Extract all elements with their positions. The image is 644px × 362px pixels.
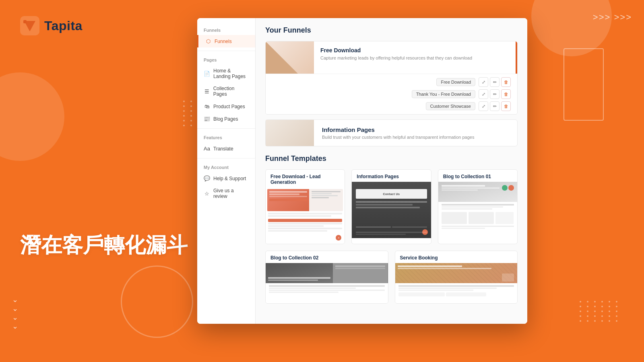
page-edit-btn-2[interactable]: ✏ (490, 89, 500, 99)
sidebar-item-home-landing[interactable]: 📄 Home & Landing Pages (197, 65, 255, 82)
page-expand-btn-3[interactable]: ⤢ (479, 101, 488, 111)
app-window: Funnels ⬡ Funnels Pages 📄 Home & Landing… (197, 18, 527, 324)
funnel-preview-free-download (266, 41, 314, 74)
sidebar-label-translate: Translate (213, 146, 233, 152)
sidebar-divider-3 (197, 158, 255, 158)
sidebar-label-help-support: Help & Support (213, 176, 246, 181)
funnel-title-free-download: Free Download (320, 47, 509, 53)
page-edit-btn-3[interactable]: ✏ (490, 101, 500, 111)
bg-dots-right (580, 301, 620, 322)
template-action-dot-3[interactable] (508, 185, 514, 191)
page-badge-free-download: Free Download (436, 78, 475, 86)
template-card-service-booking: Service Booking (395, 251, 518, 304)
sidebar-section-account: My Account (197, 162, 255, 172)
template-title-blog-collection-01: Blog to Collection 01 (438, 170, 517, 182)
templates-grid-top: Free Download - Lead Generation (265, 169, 518, 244)
sidebar-section-funnels: Funnels (197, 25, 255, 35)
template-preview-info[interactable]: Contact Us (352, 182, 431, 238)
template-card-information-pages: Information Pages Contact Us (351, 169, 431, 244)
sidebar-item-give-review[interactable]: ☆ Give us a review (197, 185, 255, 202)
sidebar-divider-2 (197, 128, 255, 129)
funnel-red-bar (516, 41, 517, 74)
logo-text: Tapita (44, 19, 83, 33)
tapita-logo-icon (20, 16, 39, 35)
chinese-headline: 潛在客戶轉化漏斗 (20, 232, 188, 257)
template-preview-free-download[interactable]: + (266, 187, 345, 244)
template-secondary-dot-3[interactable] (502, 185, 508, 191)
sidebar-item-blog-pages[interactable]: 📰 Blog Pages (197, 113, 255, 125)
sidebar-label-home-landing: Home & Landing Pages (213, 68, 249, 79)
bg-rect-right (564, 48, 604, 121)
funnel-page-row-1: Free Download ⤢ ✏ 🗑 (272, 77, 511, 87)
sidebar-item-funnels[interactable]: ⬡ Funnels (197, 35, 255, 47)
template-title-information-pages: Information Pages (352, 170, 431, 182)
funnel-page-row-3: Customer Showcase ⤢ ✏ 🗑 (272, 101, 511, 111)
funnel-pages-free-download: Free Download ⤢ ✏ 🗑 Thank You - Free Dow… (266, 74, 517, 114)
page-actions-2: ⤢ ✏ 🗑 (479, 89, 511, 99)
sidebar-item-help-support[interactable]: 💬 Help & Support (197, 172, 255, 185)
chevrons-bottom-left: ⌄ ⌄ ⌄ ⌄ (12, 296, 18, 330)
info-card-text: Information Pages Build trust with your … (314, 120, 517, 146)
funnel-card-info-pages: Information Pages Build trust with your … (265, 119, 518, 146)
preview-triangle (266, 41, 298, 74)
page-badge-thank-you: Thank You - Free Download (412, 90, 475, 98)
template-card-free-download-lead: Free Download - Lead Generation (265, 169, 345, 244)
sidebar-item-product-pages[interactable]: 🛍 Product Pages (197, 100, 255, 113)
page-edit-btn-1[interactable]: ✏ (490, 77, 500, 87)
translate-icon: Aa (204, 146, 210, 152)
template-preview-service[interactable] (395, 263, 518, 303)
chevrons-top-right: >>> >>> (593, 12, 632, 23)
funnels-icon: ⬡ (205, 38, 211, 44)
page-actions-3: ⤢ ✏ 🗑 (479, 101, 511, 111)
main-content: Your Funnels Free Download Capture marke… (256, 18, 527, 324)
home-landing-icon: 📄 (204, 71, 210, 77)
funnel-desc-free-download: Capture marketing leads by offering help… (320, 55, 509, 61)
template-card-blog-collection-02: Blog to Collection 02 (265, 251, 388, 304)
sidebar-label-give-review: Give us a review (213, 188, 249, 199)
sidebar-item-collection-pages[interactable]: ☰ Collection Pages (197, 82, 255, 100)
template-title-blog-collection-02: Blog to Collection 02 (266, 251, 388, 263)
svg-rect-1 (23, 20, 27, 23)
bg-decoration-left (0, 72, 64, 161)
bg-circle (121, 265, 193, 338)
page-delete-btn-3[interactable]: 🗑 (501, 101, 511, 111)
template-preview-blog-02[interactable] (266, 263, 388, 303)
blog-pages-icon: 📰 (204, 116, 210, 122)
template-title-free-download-lead: Free Download - Lead Generation (266, 170, 345, 187)
funnel-templates-title: Funnel Templates (265, 154, 518, 163)
your-funnels-title: Your Funnels (265, 26, 518, 35)
sidebar-divider-1 (197, 51, 255, 51)
help-support-icon: 💬 (204, 175, 210, 181)
info-card-preview (266, 120, 314, 146)
page-actions-1: ⤢ ✏ 🗑 (479, 77, 511, 87)
funnel-card-free-download: Free Download Capture marketing leads by… (265, 41, 518, 115)
sidebar-label-funnels: Funnels (215, 39, 232, 44)
sidebar-item-translate[interactable]: Aa Translate (197, 142, 255, 155)
sidebar: Funnels ⬡ Funnels Pages 📄 Home & Landing… (197, 18, 256, 324)
templates-grid-bottom: Blog to Collection 02 (265, 251, 518, 304)
page-badge-customer-showcase: Customer Showcase (426, 102, 476, 110)
info-card-desc: Build trust with your customers with hel… (322, 135, 509, 140)
collection-pages-icon: ☰ (204, 88, 210, 95)
funnel-info-free-download: Free Download Capture marketing leads by… (314, 41, 516, 74)
template-preview-blog-01[interactable] (438, 182, 517, 238)
sidebar-label-collection-pages: Collection Pages (213, 86, 249, 97)
info-card-title: Information Pages (322, 126, 509, 133)
page-expand-btn-1[interactable]: ⤢ (479, 77, 488, 87)
sidebar-label-blog-pages: Blog Pages (213, 116, 238, 122)
logo-area: Tapita (20, 16, 83, 35)
sidebar-section-features: Features (197, 132, 255, 142)
funnel-page-row-2: Thank You - Free Download ⤢ ✏ 🗑 (272, 89, 511, 99)
sidebar-section-pages: Pages (197, 54, 255, 65)
page-delete-btn-2[interactable]: 🗑 (501, 89, 511, 99)
template-title-service-booking: Service Booking (395, 251, 518, 263)
give-review-icon: ☆ (204, 191, 210, 197)
page-expand-btn-2[interactable]: ⤢ (479, 89, 488, 99)
page-delete-btn-1[interactable]: 🗑 (501, 77, 511, 87)
product-pages-icon: 🛍 (204, 103, 210, 109)
bg-decoration-top-right (531, 0, 612, 56)
sidebar-label-product-pages: Product Pages (213, 104, 245, 109)
template-card-blog-collection-01: Blog to Collection 01 (438, 169, 518, 244)
